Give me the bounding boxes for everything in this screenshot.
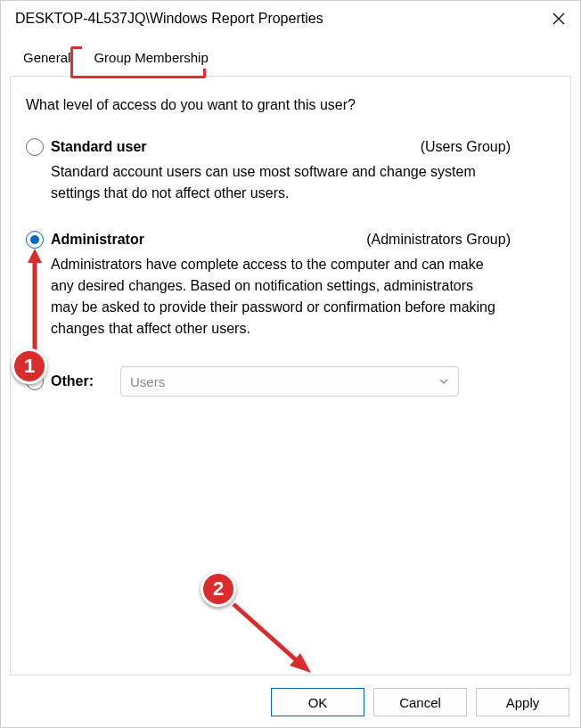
radio-standard[interactable] xyxy=(26,138,44,156)
annotation-badge-2: 2 xyxy=(200,571,236,607)
group-standard: (Users Group) xyxy=(421,139,555,155)
close-button[interactable] xyxy=(550,10,568,28)
radio-administrator[interactable] xyxy=(26,231,44,249)
option-other-row: Other: Users xyxy=(26,366,555,397)
window-title: DESKTOP-4L537JQ\Windows Report Propertie… xyxy=(15,11,323,27)
dropdown-value: Users xyxy=(130,374,165,389)
desc-standard: Standard account users can use most soft… xyxy=(51,161,502,204)
content-area: What level of access do you want to gran… xyxy=(26,97,555,665)
titlebar: DESKTOP-4L537JQ\Windows Report Propertie… xyxy=(1,1,580,37)
button-bar: OK Cancel Apply xyxy=(271,688,569,716)
close-icon xyxy=(552,12,565,25)
dropdown-other-group[interactable]: Users xyxy=(120,366,459,397)
access-question: What level of access do you want to gran… xyxy=(26,97,555,113)
tab-strip: General Group Membership xyxy=(1,42,580,69)
ok-button[interactable]: OK xyxy=(271,688,364,716)
desc-admin: Administrators have complete access to t… xyxy=(51,254,502,339)
chevron-down-icon xyxy=(438,376,449,387)
label-standard: Standard user xyxy=(51,139,147,155)
properties-window: DESKTOP-4L537JQ\Windows Report Propertie… xyxy=(0,0,581,728)
label-other: Other: xyxy=(51,373,94,389)
apply-button[interactable]: Apply xyxy=(476,688,569,716)
label-admin: Administrator xyxy=(51,232,144,248)
group-admin: (Administrators Group) xyxy=(366,232,555,248)
annotation-badge-1: 1 xyxy=(12,348,47,384)
cancel-button[interactable]: Cancel xyxy=(373,688,467,716)
option-standard-row: Standard user (Users Group) xyxy=(26,138,555,156)
option-admin-row: Administrator (Administrators Group) xyxy=(26,231,555,249)
tab-group-membership[interactable]: Group Membership xyxy=(82,45,219,69)
tab-general[interactable]: General xyxy=(12,45,82,69)
